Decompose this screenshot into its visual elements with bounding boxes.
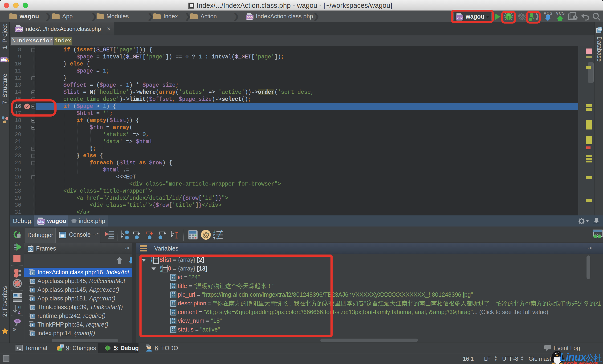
svg-text:3: 3 — [213, 236, 215, 240]
svg-text:z: z — [18, 309, 21, 314]
svg-text:❯: ❯ — [29, 248, 32, 252]
